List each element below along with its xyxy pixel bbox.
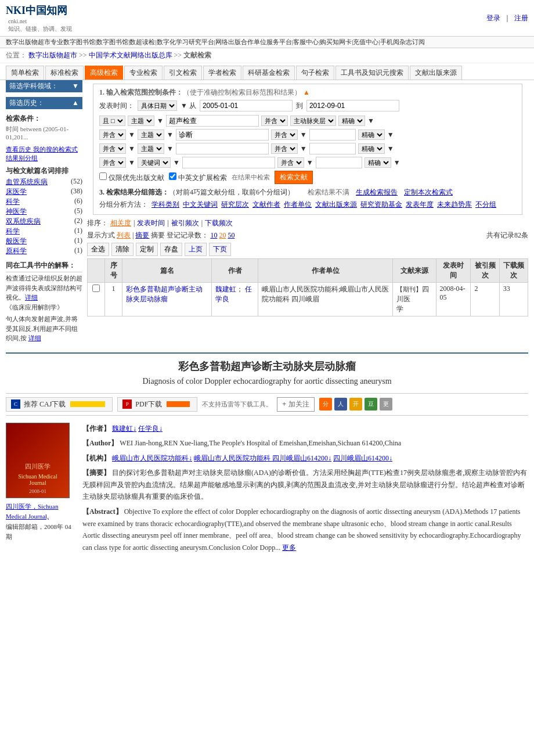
disease-link-7[interactable]: 般医学: [6, 236, 27, 246]
collapse-icon[interactable]: ▲: [303, 88, 310, 96]
unit-link-1[interactable]: 峨眉山市人民医院功能科↓: [112, 454, 192, 462]
display-abstract[interactable]: 摘要: [135, 231, 149, 239]
disease-link-3[interactable]: 科学: [6, 197, 20, 207]
tab-source[interactable]: 文献出版来源: [410, 66, 462, 80]
date-to-input[interactable]: [306, 100, 399, 111]
filter-tab-trend[interactable]: 未来趋势库: [437, 200, 472, 210]
custom-btn[interactable]: 定制: [136, 243, 158, 256]
share-icon-1[interactable]: 分: [319, 398, 332, 411]
tab-tools[interactable]: 工具书及知识元搜索: [335, 66, 409, 80]
date-from-input[interactable]: [200, 100, 293, 111]
join-select-1b[interactable]: 并含: [261, 116, 288, 126]
sort-cited[interactable]: 被引频次: [171, 218, 199, 228]
disease-link-2[interactable]: 床医学: [6, 187, 27, 197]
keyword-input-3b[interactable]: [309, 143, 356, 154]
author-cn-link-1[interactable]: 魏建虹↓: [112, 424, 136, 433]
save-btn[interactable]: 存盘: [160, 243, 182, 256]
join-select-4b[interactable]: 并含: [277, 157, 304, 168]
sidebar-history-title[interactable]: 筛选历史： ▲: [6, 97, 82, 109]
filter-tab-level[interactable]: 研究层次: [221, 200, 249, 210]
expand-checkbox[interactable]: [169, 172, 176, 180]
share-icon-3[interactable]: 开: [349, 398, 362, 411]
history-link-1[interactable]: 查看历史 我的搜的检索式: [6, 146, 78, 153]
share-icon-more[interactable]: 更: [380, 398, 392, 411]
field-select-3a[interactable]: 主题: [138, 143, 164, 154]
join-select-3b[interactable]: 并含: [271, 143, 298, 154]
tab-standard[interactable]: 标准检索: [45, 66, 84, 80]
page-size-10[interactable]: 10: [210, 231, 217, 239]
disease-link-1[interactable]: 血管系统疾病: [6, 177, 48, 187]
filter-tab-unit[interactable]: 作者单位: [284, 200, 312, 210]
prev-page-btn[interactable]: 上页: [185, 243, 207, 256]
precision-select-2[interactable]: 精确: [358, 129, 385, 140]
select-all-btn[interactable]: 全选: [87, 243, 109, 256]
date-type-select[interactable]: 具体日期: [138, 100, 177, 111]
join-select-1a[interactable]: 且 □: [99, 116, 125, 126]
only-best-checkbox[interactable]: [99, 172, 107, 180]
breadcrumb-link-2[interactable]: 中国学术文献网络出版总库: [89, 51, 172, 59]
author-link-1[interactable]: 魏建虹: [215, 285, 236, 293]
filter-tab-keyword[interactable]: 中文关键词: [183, 200, 218, 210]
tab-advanced[interactable]: 高级检索: [85, 66, 123, 80]
keyword-input-4b[interactable]: [316, 157, 362, 168]
article-title-link[interactable]: 彩色多普勒超声诊断主动脉夹层动脉瘤: [126, 285, 203, 303]
field-select-1a[interactable]: 主题: [128, 116, 154, 126]
more-link[interactable]: 更多: [282, 543, 296, 552]
share-icon-2[interactable]: 人: [334, 398, 347, 411]
filter-tab-no-group[interactable]: 不分组: [475, 200, 496, 210]
filter-tab-source[interactable]: 文献出版来源: [315, 200, 357, 210]
precision-select-3[interactable]: 精确: [358, 143, 385, 154]
login-link[interactable]: 登录: [486, 13, 500, 23]
disease-link-4[interactable]: 神医学: [6, 207, 27, 217]
join-select-4a[interactable]: 并含: [99, 157, 126, 168]
breadcrumb-link-1[interactable]: 数字出版物超市: [28, 51, 77, 59]
detail-link-1[interactable]: 详细: [25, 294, 38, 301]
unit-link-3[interactable]: 四川峨眉山614200↓: [333, 454, 392, 462]
journal-name-link[interactable]: 四川医学，Sichuan Medical Journal,: [6, 503, 58, 520]
pdf-download-btn[interactable]: P PDF下载: [117, 397, 197, 412]
sort-relevance[interactable]: 相关度: [110, 218, 131, 228]
page-size-20[interactable]: 20: [219, 231, 226, 239]
keyword-input-4a[interactable]: [182, 157, 275, 168]
share-icon-4[interactable]: 豆: [365, 398, 377, 411]
filter-tab-author[interactable]: 文献作者: [252, 200, 280, 210]
tab-citation[interactable]: 引文检索: [164, 66, 202, 80]
sidebar-filter-title[interactable]: 筛选学科领域： ▼: [6, 80, 82, 92]
history-link-2[interactable]: 结果别分组: [6, 154, 38, 161]
join-select-2b[interactable]: 并含: [271, 129, 298, 140]
keyword-input-2a[interactable]: [176, 129, 269, 141]
join-select-2a[interactable]: 并含: [99, 129, 126, 140]
filter-tab-year[interactable]: 发表年度: [406, 200, 434, 210]
author-cn-link-2[interactable]: 任学良↓: [138, 424, 163, 433]
filter-tab-fund[interactable]: 研究资助基金: [360, 200, 402, 210]
disease-link-8[interactable]: 原科学: [6, 246, 27, 256]
tab-scholar[interactable]: 学者检索: [203, 66, 241, 80]
bio-report-link[interactable]: 生成检索报告: [356, 188, 398, 196]
field-select-2a[interactable]: 主题: [138, 129, 164, 140]
field-select-4a[interactable]: 关键词: [138, 157, 171, 168]
page-size-50[interactable]: 50: [228, 231, 234, 239]
disease-link-5[interactable]: 双系统疾病: [6, 217, 41, 226]
tab-professional[interactable]: 专业检索: [124, 66, 163, 80]
sort-downloaded[interactable]: 下载频次: [205, 218, 233, 228]
tab-simple[interactable]: 简单检索: [6, 66, 44, 80]
display-list[interactable]: 列表: [117, 231, 131, 239]
register-link[interactable]: 注册: [514, 13, 528, 23]
clear-btn[interactable]: 清除: [111, 243, 134, 256]
field-select-1b[interactable]: 主动脉夹层: [290, 116, 336, 126]
unit-link-2[interactable]: 峨眉山市人民医院功能科 四川峨眉山614200↓: [194, 454, 331, 462]
precision-select-4[interactable]: 精确: [365, 157, 391, 168]
custom-link[interactable]: 定制本次检索式: [404, 188, 453, 196]
keyword-input-2b[interactable]: [309, 129, 356, 141]
next-page-btn[interactable]: 下页: [209, 243, 231, 256]
sort-date[interactable]: 发表时间: [137, 218, 165, 228]
disease-link-6[interactable]: 科学: [6, 226, 20, 236]
keyword-input-1a[interactable]: [166, 115, 259, 127]
row-checkbox[interactable]: [92, 285, 100, 292]
tab-fund[interactable]: 科研基金检索: [243, 66, 295, 80]
caj-download-btn[interactable]: C 推荐 CAJ下载: [6, 397, 113, 412]
search-btn[interactable]: 检索文献: [275, 171, 313, 184]
join-select-3a[interactable]: 并含: [99, 143, 126, 154]
keyword-input-3a[interactable]: [176, 143, 269, 154]
precision-select-1[interactable]: 精确: [338, 116, 365, 126]
